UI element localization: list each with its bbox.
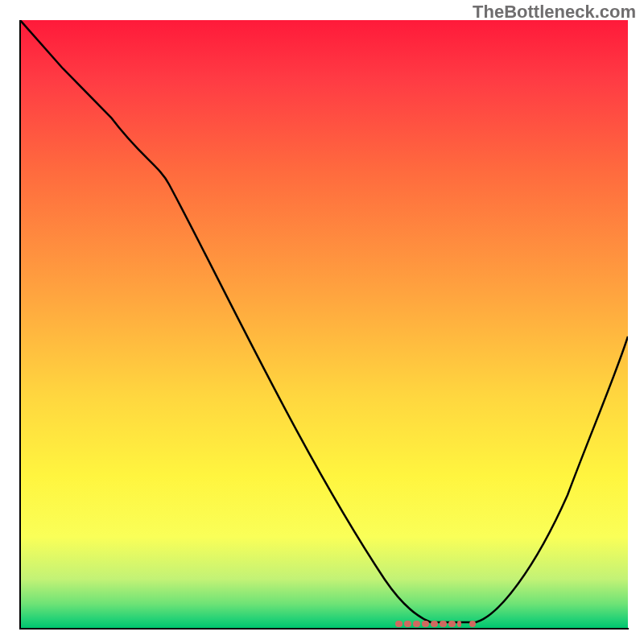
chart-lines-svg — [20, 20, 628, 628]
y-axis-line — [19, 20, 21, 629]
watermark-text: TheBottleneck.com — [473, 2, 636, 23]
svg-rect-7 — [457, 621, 461, 627]
svg-rect-0 — [395, 621, 402, 627]
svg-point-8 — [469, 621, 476, 627]
svg-rect-1 — [404, 621, 411, 627]
x-axis-line — [19, 628, 629, 630]
svg-rect-3 — [422, 621, 429, 627]
svg-rect-4 — [431, 621, 438, 627]
chart-container: TheBottleneck.com — [0, 0, 644, 644]
bottleneck-curve-path — [20, 20, 628, 622]
svg-rect-5 — [440, 621, 447, 627]
svg-rect-2 — [413, 621, 420, 627]
svg-rect-6 — [448, 621, 456, 627]
